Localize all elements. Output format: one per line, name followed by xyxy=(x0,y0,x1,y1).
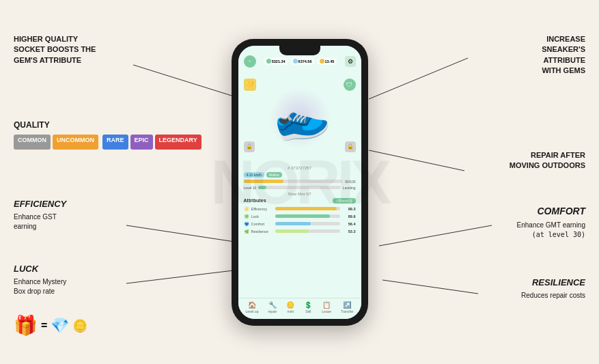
luck-title: LUCK xyxy=(14,263,66,275)
efficiency-section: EFFICIENCY Enhance GST earning xyxy=(14,198,66,232)
nav-icon-levelup: 🏠 xyxy=(248,301,256,309)
top-left-line2: SOCKET BOOSTS THE xyxy=(14,44,96,55)
luck-desc-line1: Enhance Mystery xyxy=(14,277,66,287)
bottom-nav: 🏠 Level up 🔧 repair 🪙 mint 💲 Sell 📋 xyxy=(238,298,361,319)
top-left-annotation: HIGHER QUALITY SOCKET BOOSTS THE GEM'S A… xyxy=(14,34,96,66)
resilience-desc: Reduces repair costs xyxy=(521,291,585,300)
svg-line-3 xyxy=(379,225,492,246)
attr-bar-resilience-bg xyxy=(275,229,340,233)
luck-section: LUCK Enhance Mystery Box drop rate xyxy=(14,263,66,296)
nav-label-lease: Lease xyxy=(322,309,331,313)
top-right-line1: INCREASE xyxy=(542,34,585,44)
efficiency-title: EFFICIENCY xyxy=(14,198,66,210)
luck-desc-line2: Box drop rate xyxy=(14,287,66,296)
repair-section: REPAIR AFTER MOVING OUTDOORS xyxy=(510,150,585,171)
top-right-line4: WITH GEMS xyxy=(542,66,585,76)
attr-bar-comfort-fill xyxy=(275,222,311,225)
resilience-section: RESILIENCE Reduces repair costs xyxy=(521,277,585,300)
top-right-line3: ATTRIBUTE xyxy=(542,55,585,66)
extra-value: 13.45 xyxy=(325,59,335,64)
svg-line-1 xyxy=(369,58,468,99)
comfort-section: COMFORT Enhance GMT earning (at level 30… xyxy=(517,205,585,240)
nav-label-repair: repair xyxy=(268,309,277,313)
attr-row-comfort: 💙 Comfort 56.4 xyxy=(244,221,356,227)
top-right-annotation: INCREASE SNEAKER'S ATTRIBUTE WITH GEMS xyxy=(542,34,585,76)
quality-section: QUALITY COMMON UNCOMMON RARE EPIC LEGEND… xyxy=(14,120,201,150)
coin-icon: 🪙 xyxy=(72,318,87,333)
mystery-box-icon: 🎁 xyxy=(14,314,38,337)
nav-item-mint[interactable]: 🪙 mint xyxy=(286,301,294,313)
nav-label-mint: mint xyxy=(288,309,294,313)
nav-label-levelup: Level up xyxy=(246,309,259,313)
gmt-dot xyxy=(293,59,298,64)
gem-slot-right[interactable]: 🛡 xyxy=(344,79,356,91)
attr-label-resilience: Resilience xyxy=(251,229,273,234)
top-left-line1: HIGHER QUALITY xyxy=(14,34,96,44)
nav-icon-lease: 📋 xyxy=(322,301,331,309)
attr-value-comfort: 56.4 xyxy=(342,222,356,226)
nav-item-levelup[interactable]: 🏠 Level up xyxy=(246,301,259,313)
watermark: NORIX xyxy=(210,147,388,217)
gst-value: 5321.34 xyxy=(272,59,285,64)
badge-common: COMMON xyxy=(14,135,51,150)
repair-label: REPAIR AFTER xyxy=(510,150,585,160)
badge-uncommon: UNCOMMON xyxy=(53,135,98,150)
attr-row-resilience: 🌿 Resilience 53.3 xyxy=(244,229,356,234)
currency-extra: 13.45 xyxy=(317,57,337,65)
nav-item-transfer[interactable]: ↗️ Transfer xyxy=(341,301,353,313)
gem-slot-left[interactable]: 💛 xyxy=(244,79,256,91)
svg-line-5 xyxy=(126,225,239,242)
badge-rare: RARE xyxy=(102,135,128,150)
currency-gmt: 6374.56 xyxy=(290,57,315,65)
back-button[interactable]: ‹ xyxy=(244,55,256,68)
settings-button[interactable]: ⚙ xyxy=(345,56,356,67)
extra-dot xyxy=(320,59,324,64)
badge-legendary: LEGENDARY xyxy=(155,135,201,150)
comfort-title: COMFORT xyxy=(517,205,585,219)
nav-item-sell[interactable]: 💲 Sell xyxy=(304,301,312,313)
equals-sign: = xyxy=(41,320,47,332)
attr-bar-resilience-fill xyxy=(275,229,309,233)
efficiency-desc-line2: earning xyxy=(14,222,66,232)
comfort-desc-line1: Enhance GMT earning xyxy=(517,221,585,230)
resilience-title: RESILIENCE xyxy=(521,277,585,289)
svg-line-4 xyxy=(382,280,478,294)
gems-icon: 💎 xyxy=(51,317,69,335)
svg-line-0 xyxy=(133,65,242,99)
phone-notch xyxy=(279,46,320,55)
attr-bar-comfort-bg xyxy=(275,222,340,225)
nav-label-sell: Sell xyxy=(305,309,311,313)
sneaker-image[interactable]: 👟 xyxy=(265,85,334,152)
quality-label: QUALITY xyxy=(14,120,201,131)
repair-label2: MOVING OUTDOORS xyxy=(510,160,585,171)
quality-badges: COMMON UNCOMMON RARE EPIC LEGENDARY xyxy=(14,135,201,150)
svg-line-6 xyxy=(126,270,239,283)
nav-label-transfer: Transfer xyxy=(341,309,353,313)
comfort-icon: 💙 xyxy=(244,221,249,227)
attr-label-comfort: Comfort xyxy=(251,222,273,226)
nav-icon-transfer: ↗️ xyxy=(343,301,351,309)
mystery-box-area: 🎁 = 💎 🪙 xyxy=(14,314,87,337)
efficiency-desc-line1: Enhance GST xyxy=(14,212,66,222)
nav-icon-sell: 💲 xyxy=(304,301,312,309)
nav-icon-repair: 🔧 xyxy=(268,301,277,309)
badge-epic: EPIC xyxy=(130,135,153,150)
top-left-line3: GEM'S ATTRIBUTE xyxy=(14,55,96,66)
gmt-value: 6374.56 xyxy=(298,59,312,64)
nav-item-lease[interactable]: 📋 Lease xyxy=(322,301,331,313)
gst-dot xyxy=(266,59,271,64)
currency-bar: 5321.34 6374.56 13.45 xyxy=(258,57,343,65)
top-right-line2: SNEAKER'S xyxy=(542,44,585,55)
currency-gst: 5321.34 xyxy=(264,57,288,65)
nav-item-repair[interactable]: 🔧 repair xyxy=(268,301,277,313)
comfort-desc-line2: (at level 30) xyxy=(517,230,585,240)
attr-value-resilience: 53.3 xyxy=(342,229,356,234)
nav-icon-mint: 🪙 xyxy=(286,301,294,309)
resilience-icon: 🌿 xyxy=(244,229,249,234)
